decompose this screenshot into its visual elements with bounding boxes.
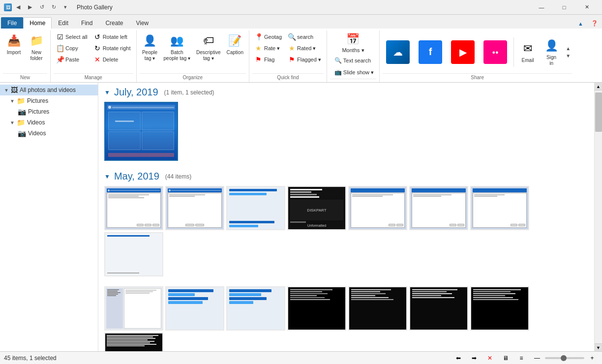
youtube-icon: ▶ [451, 40, 475, 64]
scroll-down-button[interactable]: ▼ [595, 343, 602, 351]
photo-may-6[interactable] [409, 186, 468, 230]
batch-people-tag-button[interactable]: 👥 Batchpeople tag ▾ [161, 31, 193, 63]
search-button[interactable]: 🔍 search [285, 31, 324, 42]
import-button[interactable]: 📥 Import [3, 31, 25, 57]
photo-may-16[interactable] [104, 333, 163, 351]
months-button[interactable]: 📅 Months ▾ [339, 31, 366, 55]
nav-videos[interactable]: ▼ 📁 Videos [0, 117, 98, 128]
scrollbar[interactable]: ▲ ▼ [594, 83, 602, 351]
manage-group-label: Manage [54, 73, 133, 81]
new-folder-button[interactable]: 📁 Newfolder [26, 31, 47, 63]
zoom-thumb[interactable] [561, 355, 567, 361]
text-search-button[interactable]: 🔍 Text search [332, 55, 376, 66]
tab-create[interactable]: Create [99, 17, 129, 29]
pictures-icon: 📁 [17, 97, 25, 105]
email-button[interactable]: ✉ Email [517, 39, 539, 65]
rotate-left-button[interactable]: ↺ Rotate left [91, 31, 133, 42]
batch-people-tag-label: Batchpeople tag ▾ [164, 50, 191, 61]
july2019-arrow[interactable]: ▼ [104, 89, 110, 96]
flickr-button[interactable]: ●● [480, 39, 511, 65]
photo-may-9[interactable] [104, 286, 163, 331]
close-button[interactable]: ✕ [575, 0, 598, 15]
zoom-in-btn[interactable]: + [586, 353, 598, 363]
photo-may-15[interactable] [470, 286, 529, 331]
flagged-button[interactable]: ⚑ Flagged ▾ [285, 54, 324, 65]
scroll-up-button[interactable]: ▲ [595, 83, 602, 91]
tab-find[interactable]: Find [75, 17, 99, 29]
nav-pictures[interactable]: ▼ 📁 Pictures [0, 95, 98, 106]
email-icon: ✉ [520, 41, 536, 57]
flagged-label: Flagged ▾ [297, 57, 321, 63]
photo-may-10[interactable] [165, 286, 224, 331]
status-close-btn[interactable]: ✕ [484, 353, 496, 363]
zoom-out-btn[interactable]: — [531, 353, 543, 363]
photo-may-7[interactable] [470, 186, 529, 230]
copy-button[interactable]: 📋 Copy [54, 43, 90, 54]
tab-file[interactable]: File [1, 17, 23, 29]
maximize-button[interactable]: □ [553, 0, 575, 15]
photo-may-12[interactable] [287, 286, 346, 331]
photo-may-3[interactable] [226, 186, 285, 230]
scroll-thumb[interactable] [595, 92, 602, 132]
scroll-track[interactable] [595, 91, 602, 343]
youtube-button[interactable]: ▶ [448, 39, 478, 65]
search-label: search [297, 34, 313, 40]
descriptive-tag-button[interactable]: 🏷 Descriptivetag ▾ [194, 31, 223, 63]
photo-may-13[interactable] [348, 286, 407, 331]
select-all-button[interactable]: ☑ Select all [54, 31, 90, 42]
paste-button[interactable]: 📌 Paste [54, 54, 90, 65]
photo-may-8[interactable] [104, 232, 163, 276]
status-bar: 45 items, 1 selected ⬅ ➡ ✕ 🖥 ≡ — + [0, 351, 602, 364]
nav-arrow-icon2: ▼ [10, 98, 15, 104]
rate-button[interactable]: ★ Rate ▾ [252, 43, 284, 54]
descriptive-tag-icon: 🏷 [201, 33, 216, 49]
redo-button[interactable]: ↻ [48, 2, 59, 13]
slideshow-button[interactable]: 📺 Slide show ▾ [332, 67, 376, 78]
undo-button[interactable]: ↺ [36, 2, 47, 13]
ribbon-collapse[interactable]: ▲ [574, 19, 587, 29]
nav-pictures-sub[interactable]: 📷 Pictures [0, 106, 98, 117]
descriptive-tag-label: Descriptivetag ▾ [196, 50, 220, 61]
back-button[interactable]: ◀ [13, 2, 24, 13]
caption-button[interactable]: 📝 Caption [224, 31, 245, 57]
all-photos-icon: 🖼 [11, 86, 18, 94]
flag-icon: ⚑ [255, 56, 263, 63]
photo-may-2[interactable] [165, 186, 224, 230]
status-nav-left[interactable]: ⬅ [452, 353, 464, 363]
slideshow-icon: 📺 [334, 69, 342, 76]
help-button[interactable]: ❓ [587, 18, 602, 29]
onedrive-icon: ☁ [386, 40, 410, 64]
rated-button[interactable]: ★ Rated ▾ [285, 43, 324, 54]
photo-may-1[interactable] [104, 186, 163, 230]
photo-may-14[interactable] [409, 286, 468, 331]
geotag-label: Geotag [264, 34, 282, 40]
tab-view[interactable]: View [129, 17, 155, 29]
forward-button[interactable]: ▶ [25, 2, 35, 13]
flag-label: Flag [264, 57, 274, 62]
app-icon: 🖼 [4, 3, 12, 11]
photo-may-5[interactable] [348, 186, 407, 230]
nav-videos-sub[interactable]: 📷 Videos [0, 128, 98, 139]
minimize-button[interactable]: — [530, 0, 553, 15]
status-monitor-btn[interactable]: 🖥 [500, 353, 512, 363]
photo-may-4[interactable]: DISKPART Unformatted [287, 186, 346, 230]
sign-in-button[interactable]: 👤 Signin [541, 36, 562, 68]
photo-july1[interactable] [104, 102, 178, 161]
customize-button[interactable]: ▾ [60, 2, 71, 13]
geotag-button[interactable]: 📍 Geotag [252, 31, 284, 42]
rotate-right-button[interactable]: ↻ Rotate right [91, 43, 133, 54]
status-list-btn[interactable]: ≡ [515, 353, 527, 363]
ribbon-expand-button[interactable]: ▲ ▼ [564, 46, 572, 59]
zoom-slider[interactable] [545, 357, 584, 359]
tab-edit[interactable]: Edit [52, 17, 75, 29]
onedrive-button[interactable]: ☁ [383, 39, 413, 65]
tab-home[interactable]: Home [23, 17, 52, 29]
photo-may-11[interactable] [226, 286, 285, 331]
may2019-arrow[interactable]: ▼ [104, 173, 110, 180]
people-tag-button[interactable]: 👤 Peopletag ▾ [140, 31, 160, 63]
flag-button[interactable]: ⚑ Flag [252, 54, 284, 65]
facebook-button[interactable]: f [415, 39, 446, 65]
nav-all-photos[interactable]: ▼ 🖼 All photos and videos [0, 85, 98, 95]
status-nav-right[interactable]: ➡ [468, 353, 480, 363]
delete-button[interactable]: ✕ Delete [91, 54, 133, 65]
